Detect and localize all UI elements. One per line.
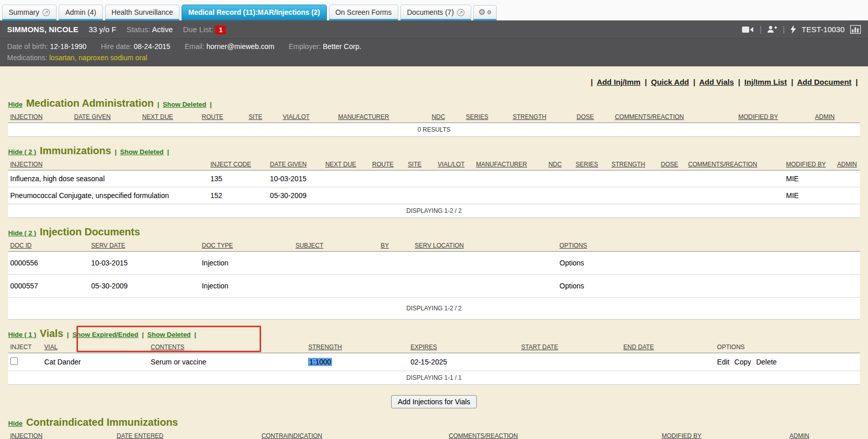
column-header[interactable]: CONTRAINDICATION xyxy=(262,432,322,439)
separator: | xyxy=(856,78,858,86)
column-header[interactable]: COMMENTS/REACTION xyxy=(615,113,684,120)
separator: | xyxy=(67,331,69,338)
column-header[interactable]: COMMENTS/REACTION xyxy=(449,432,518,439)
column-header[interactable]: ROUTE xyxy=(372,161,394,168)
column-header[interactable]: VIAL/LOT xyxy=(438,161,465,168)
medications-list[interactable]: losartan, naproxen sodium oral xyxy=(49,54,147,62)
column-header[interactable]: NDC xyxy=(548,161,561,168)
tab-summary[interactable]: Summary xyxy=(2,5,57,20)
page: Summary Admin (4) Health Surveillance Me… xyxy=(0,0,868,439)
column-header[interactable]: STRENGTH xyxy=(611,161,645,168)
column-header[interactable]: MODIFIED BY xyxy=(662,432,702,439)
hide-link[interactable]: Hide xyxy=(8,101,22,108)
column-header[interactable]: ADMIN xyxy=(837,161,857,168)
options-link[interactable]: Options xyxy=(559,282,584,290)
hide-link[interactable]: Hide ( 2 ) xyxy=(8,148,36,156)
delete-link[interactable]: Delete xyxy=(756,358,777,366)
section-immunizations: Hide ( 2 ) Immunizations | Show Deleted … xyxy=(8,145,860,218)
column-header[interactable]: SITE xyxy=(408,161,422,168)
patient-id: TEST-10030 xyxy=(802,25,845,34)
add-injections-for-vials-button[interactable]: Add Injections for Vials xyxy=(391,395,477,408)
lightning-icon[interactable] xyxy=(790,25,796,34)
email-value: horner@mieweb.com xyxy=(207,42,274,51)
hide-link[interactable]: Hide ( 2 ) xyxy=(8,229,36,237)
column-header[interactable]: NEXT DUE xyxy=(142,113,173,120)
chart-icon[interactable] xyxy=(850,25,861,34)
add-vials-link[interactable]: Add Vials xyxy=(699,78,734,86)
column-header[interactable]: OPTIONS xyxy=(559,242,587,249)
column-header[interactable]: INJECTION xyxy=(10,161,42,168)
column-header[interactable]: ROUTE xyxy=(202,113,223,120)
column-header[interactable]: MODIFIED BY xyxy=(738,113,778,120)
column-header[interactable]: DATE GIVEN xyxy=(270,161,307,168)
column-header[interactable]: STRENGTH xyxy=(513,113,546,120)
modified-by-cell: MIE xyxy=(784,170,835,187)
column-header[interactable]: DOSE xyxy=(577,113,594,120)
column-header[interactable]: SERIES xyxy=(576,161,598,168)
column-header[interactable]: SERV DATE xyxy=(91,242,125,249)
column-header[interactable]: VIAL/LOT xyxy=(283,113,310,120)
vial-cell: Cat Dander xyxy=(42,353,149,371)
table-row[interactable]: Cat Dander Serum or vaccine 1:1000 02-15… xyxy=(8,353,860,371)
column-header[interactable]: INJECT CODE xyxy=(210,161,251,168)
column-header[interactable]: DATE ENTERED xyxy=(117,432,164,439)
empty-cells xyxy=(293,252,557,275)
table-row[interactable]: Influenza, high dose seasonal 135 10-03-… xyxy=(8,170,860,187)
add-document-link[interactable]: Add Document xyxy=(797,78,852,86)
column-header[interactable]: NEXT DUE xyxy=(325,161,356,168)
column-header[interactable]: VIAL xyxy=(44,344,58,351)
column-header[interactable]: COMMENTS/REACTION xyxy=(688,161,757,168)
video-camera-icon[interactable] xyxy=(742,26,754,33)
column-header[interactable]: STRENGTH xyxy=(308,344,342,351)
hide-link[interactable]: Hide xyxy=(8,420,22,427)
column-header[interactable]: MODIFIED BY xyxy=(786,161,826,168)
copy-link[interactable]: Copy xyxy=(734,358,751,366)
column-header[interactable]: SUBJECT xyxy=(295,242,323,249)
quick-add-link[interactable]: Quick Add xyxy=(651,78,689,86)
column-header[interactable]: CONTENTS xyxy=(151,344,185,351)
column-header[interactable]: DOC ID xyxy=(10,242,32,249)
show-deleted-link[interactable]: Show Deleted xyxy=(147,331,191,338)
column-header[interactable]: EXPIRES xyxy=(411,344,437,351)
tab-documents[interactable]: Documents (7) xyxy=(400,5,471,20)
column-header[interactable]: BY xyxy=(380,242,389,249)
external-link-icon xyxy=(457,9,465,16)
inj-imm-list-link[interactable]: Inj/Imm List xyxy=(745,78,787,86)
due-list-badge[interactable]: 1 xyxy=(215,26,226,34)
tab-health-surveillance[interactable]: Health Surveillance xyxy=(105,5,180,20)
column-header[interactable]: ADMIN xyxy=(789,432,809,439)
tab-on-screen-forms[interactable]: On Screen Forms xyxy=(329,5,398,20)
column-header[interactable]: DOSE xyxy=(661,161,678,168)
column-header[interactable]: DATE GIVEN xyxy=(74,113,111,120)
hire-date-value: 08-24-2015 xyxy=(134,42,170,51)
tab-label: Medical Record (11):MAR/Injections (2) xyxy=(188,8,320,16)
column-header[interactable]: MANUFACTURER xyxy=(338,113,389,120)
tab-medical-record[interactable]: Medical Record (11):MAR/Injections (2) xyxy=(182,5,326,20)
options-link[interactable]: Options xyxy=(559,259,584,267)
tab-admin[interactable]: Admin (4) xyxy=(59,5,103,20)
empty-cells xyxy=(323,187,784,204)
column-header[interactable]: INJECTION xyxy=(10,113,42,120)
column-header[interactable]: END DATE xyxy=(623,344,654,351)
column-header[interactable]: NDC xyxy=(432,113,445,120)
column-header[interactable]: SITE xyxy=(249,113,263,120)
column-header[interactable]: SERV LOCATION xyxy=(415,242,464,249)
show-expired-ended-link[interactable]: Show Expired/Ended xyxy=(72,331,138,338)
add-user-icon[interactable] xyxy=(768,26,777,33)
table-row[interactable]: Pneumococcal Conjugate, unspecified form… xyxy=(8,187,860,204)
column-header[interactable]: START DATE xyxy=(521,344,558,351)
edit-link[interactable]: Edit xyxy=(717,358,729,366)
column-header[interactable]: DOC TYPE xyxy=(202,242,233,249)
vial-row-checkbox[interactable] xyxy=(10,357,18,365)
table-row[interactable]: 0000556 10-03-2015 Injection Options xyxy=(8,252,860,275)
column-header[interactable]: ADMIN xyxy=(815,113,835,120)
table-row[interactable]: 0000557 05-30-2009 Injection Options xyxy=(8,275,860,298)
add-inj-imm-link[interactable]: Add Inj/Imm xyxy=(597,78,641,86)
column-header[interactable]: MANUFACTURER xyxy=(476,161,527,168)
tab-settings[interactable]: ⚙⚙ xyxy=(473,5,497,20)
column-header[interactable]: INJECTION xyxy=(10,432,42,439)
hide-link[interactable]: Hide ( 1 ) xyxy=(8,331,36,338)
show-deleted-link[interactable]: Show Deleted xyxy=(120,148,164,156)
column-header[interactable]: SERIES xyxy=(466,113,488,120)
show-deleted-link[interactable]: Show Deleted xyxy=(163,101,206,108)
